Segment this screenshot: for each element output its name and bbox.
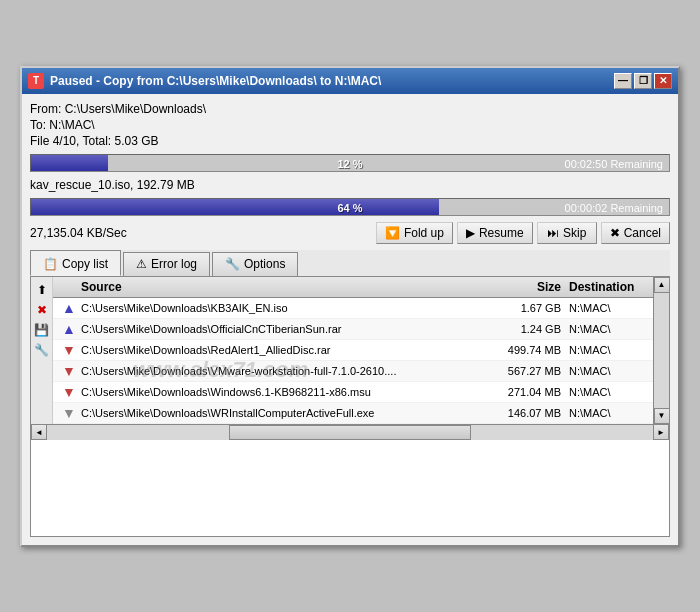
list-item: ▲ C:\Users\Mike\Downloads\OfficialCnCTib…: [53, 319, 653, 340]
overall-progress-bar: 12 % 00:02:50 Remaining: [30, 154, 670, 172]
overall-progress-container: 12 % 00:02:50 Remaining: [30, 154, 670, 172]
row-size: 567.27 MB: [479, 365, 569, 377]
resume-button[interactable]: ▶ Resume: [457, 222, 533, 244]
header-icon-col: [57, 280, 81, 294]
row-source: C:\Users\Mike\Downloads\RedAlert1_Allied…: [81, 344, 479, 356]
cancel-button[interactable]: ✖ Cancel: [601, 222, 670, 244]
tab-error-log[interactable]: ⚠ Error log: [123, 252, 210, 276]
list-content: www.alex71.com Source Size Destination ▲…: [53, 277, 653, 424]
row-size: 1.24 GB: [479, 323, 569, 335]
copy-list-label: Copy list: [62, 257, 108, 271]
title-bar-left: T Paused - Copy from C:\Users\Mike\Downl…: [28, 73, 381, 89]
to-line: To: N:\MAC\: [30, 118, 670, 132]
row-icon: ▼: [57, 405, 81, 421]
row-source: C:\Users\Mike\Downloads\WRInstallCompute…: [81, 407, 479, 419]
header-destination: Destination: [569, 280, 649, 294]
list-header: Source Size Destination: [53, 277, 653, 298]
title-bar: T Paused - Copy from C:\Users\Mike\Downl…: [22, 68, 678, 94]
skip-icon: ⏭: [547, 226, 559, 240]
row-source: C:\Users\Mike\Downloads\Windows6.1-KB968…: [81, 386, 479, 398]
resume-label: Resume: [479, 226, 524, 240]
current-file-line: kav_rescue_10.iso, 192.79 MB: [30, 178, 670, 192]
window-controls: — ❐ ✕: [614, 73, 672, 89]
file-count-line: File 4/10, Total: 5.03 GB: [30, 134, 670, 148]
tab-options[interactable]: 🔧 Options: [212, 252, 298, 276]
cancel-label: Cancel: [624, 226, 661, 240]
scroll-right-button[interactable]: ►: [653, 424, 669, 440]
error-log-label: Error log: [151, 257, 197, 271]
fold-up-button[interactable]: 🔽 Fold up: [376, 222, 453, 244]
row-size: 499.74 MB: [479, 344, 569, 356]
resume-icon: ▶: [466, 226, 475, 240]
file-progress-remaining: 00:00:02 Remaining: [565, 199, 663, 216]
error-log-icon: ⚠: [136, 257, 147, 271]
fold-up-icon: 🔽: [385, 226, 400, 240]
scroll-h-thumb[interactable]: [229, 425, 471, 440]
close-button[interactable]: ✕: [654, 73, 672, 89]
tab-copy-list[interactable]: 📋 Copy list: [30, 250, 121, 276]
options-icon: 🔧: [225, 257, 240, 271]
list-item: ▲ C:\Users\Mike\Downloads\KB3AIK_EN.iso …: [53, 298, 653, 319]
row-size: 146.07 MB: [479, 407, 569, 419]
scroll-down-button[interactable]: ▼: [654, 408, 670, 424]
list-item: ▼ C:\Users\Mike\Downloads\WRInstallCompu…: [53, 403, 653, 424]
row-dest: N:\MAC\: [569, 365, 649, 377]
row-dest: N:\MAC\: [569, 386, 649, 398]
list-panel: ⬆ ✖ 💾 🔧 www.alex71.com Source Size Desti…: [30, 277, 670, 537]
from-line: From: C:\Users\Mike\Downloads\: [30, 102, 670, 116]
scroll-up-button[interactable]: ▲: [654, 277, 670, 293]
toolbar-remove-icon[interactable]: ✖: [33, 301, 51, 319]
row-source: C:\Users\Mike\Downloads\VMware-workstati…: [81, 365, 479, 377]
list-item: ▼ C:\Users\Mike\Downloads\VMware-worksta…: [53, 361, 653, 382]
options-label: Options: [244, 257, 285, 271]
row-icon: ▲: [57, 300, 81, 316]
list-item: ▼ C:\Users\Mike\Downloads\Windows6.1-KB9…: [53, 382, 653, 403]
copy-list-icon: 📋: [43, 257, 58, 271]
file-progress-container: 64 % 00:00:02 Remaining: [30, 198, 670, 216]
vertical-scrollbar[interactable]: ▲ ▼: [653, 277, 669, 424]
horizontal-scrollbar[interactable]: ◄ ►: [31, 424, 669, 440]
scroll-track[interactable]: [654, 293, 669, 408]
toolbar-up-icon[interactable]: ⬆: [33, 281, 51, 299]
speed-display: 27,135.04 KB/Sec: [30, 226, 127, 240]
row-icon: ▼: [57, 384, 81, 400]
window-title: Paused - Copy from C:\Users\Mike\Downloa…: [50, 74, 381, 88]
toolbar-config-icon[interactable]: 🔧: [33, 341, 51, 359]
speed-buttons-row: 27,135.04 KB/Sec 🔽 Fold up ▶ Resume ⏭ Sk…: [30, 222, 670, 244]
scroll-h-track[interactable]: [47, 425, 653, 440]
content-area: From: C:\Users\Mike\Downloads\ To: N:\MA…: [22, 94, 678, 545]
row-size: 271.04 MB: [479, 386, 569, 398]
row-dest: N:\MAC\: [569, 323, 649, 335]
row-dest: N:\MAC\: [569, 344, 649, 356]
fold-up-label: Fold up: [404, 226, 444, 240]
header-source: Source: [81, 280, 479, 294]
app-icon: T: [28, 73, 44, 89]
action-buttons: 🔽 Fold up ▶ Resume ⏭ Skip ✖ Cancel: [376, 222, 670, 244]
restore-button[interactable]: ❐: [634, 73, 652, 89]
main-window: T Paused - Copy from C:\Users\Mike\Downl…: [20, 66, 680, 547]
list-item: ▼ C:\Users\Mike\Downloads\RedAlert1_Alli…: [53, 340, 653, 361]
row-icon: ▼: [57, 342, 81, 358]
tabs-row: 📋 Copy list ⚠ Error log 🔧 Options: [30, 250, 670, 277]
list-area: ⬆ ✖ 💾 🔧 www.alex71.com Source Size Desti…: [31, 277, 669, 424]
cancel-icon: ✖: [610, 226, 620, 240]
row-dest: N:\MAC\: [569, 407, 649, 419]
row-icon: ▼: [57, 363, 81, 379]
row-source: C:\Users\Mike\Downloads\KB3AIK_EN.iso: [81, 302, 479, 314]
header-size: Size: [479, 280, 569, 294]
row-source: C:\Users\Mike\Downloads\OfficialCnCTiber…: [81, 323, 479, 335]
minimize-button[interactable]: —: [614, 73, 632, 89]
skip-button[interactable]: ⏭ Skip: [537, 222, 597, 244]
left-toolbar: ⬆ ✖ 💾 🔧: [31, 277, 53, 424]
skip-label: Skip: [563, 226, 586, 240]
file-progress-bar: 64 % 00:00:02 Remaining: [30, 198, 670, 216]
row-icon: ▲: [57, 321, 81, 337]
scroll-left-button[interactable]: ◄: [31, 424, 47, 440]
row-dest: N:\MAC\: [569, 302, 649, 314]
toolbar-save-icon[interactable]: 💾: [33, 321, 51, 339]
overall-progress-remaining: 00:02:50 Remaining: [565, 155, 663, 172]
row-size: 1.67 GB: [479, 302, 569, 314]
